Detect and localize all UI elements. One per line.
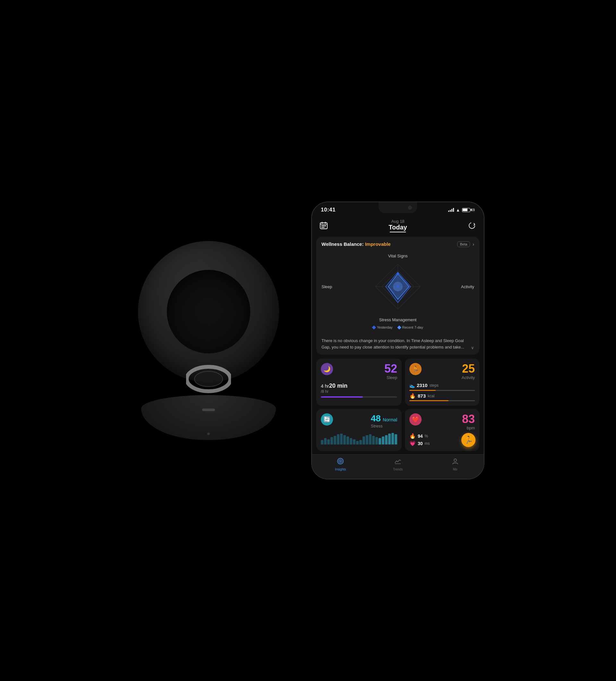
notch: [379, 202, 417, 213]
heart-unit: bpm: [462, 426, 475, 430]
stress-bar: [343, 435, 346, 445]
activity-score: 25: [462, 363, 475, 375]
heart-card[interactable]: ❤️ 83 bpm 🔥 94 %: [405, 409, 479, 451]
stress-bar: [372, 436, 375, 445]
wellness-chevron-icon[interactable]: ›: [472, 242, 474, 247]
activity-fab[interactable]: 🏃: [461, 433, 476, 447]
sleep-header: 🌙 52 Sleep: [321, 363, 397, 380]
me-icon: [452, 458, 459, 466]
sleep-time: 4 hr20 min: [321, 382, 397, 389]
nav-me[interactable]: Me: [427, 458, 484, 471]
content-area: Wellness Balance: Improvable Beta › Vita…: [312, 237, 484, 451]
insights-icon: [337, 458, 344, 466]
battery-icon: [462, 208, 470, 212]
steps-row: 👟 2310 steps: [409, 382, 475, 388]
nav-insights[interactable]: Insights: [312, 458, 369, 471]
app-header: Aug 18 Today: [312, 216, 484, 237]
nav-insights-label: Insights: [335, 468, 346, 471]
radar-legend: Yesterday Recent 7-day: [373, 325, 423, 329]
stress-bar: [346, 436, 349, 445]
stress-bar: [330, 437, 333, 445]
refresh-button[interactable]: [466, 220, 478, 231]
sleep-card[interactable]: 🌙 52 Sleep 4 hr20 min /8 hr: [316, 358, 402, 406]
activity-card[interactable]: 🏃 25 Activity 👟 2310 steps: [405, 358, 479, 406]
stress-bar: [359, 440, 362, 445]
sleep-score: 52: [384, 363, 397, 375]
stress-bar: [356, 441, 359, 445]
radar-chart: Vital Signs Sleep: [322, 251, 474, 332]
header-date: Aug 18: [391, 219, 404, 224]
radar-top-label: Vital Signs: [388, 254, 407, 258]
spo2-icon: 🔥: [409, 433, 416, 439]
fire-icon: 🔥: [409, 393, 416, 399]
stress-bar: [321, 440, 324, 445]
sleep-progress-bar: [321, 396, 397, 398]
legend-recent: Recent 7-day: [398, 325, 423, 329]
wifi-icon: ▲: [456, 208, 460, 212]
stress-status: Normal: [383, 417, 397, 422]
radar-svg: [372, 261, 424, 312]
heart-icon: ❤️: [409, 413, 421, 426]
heart-header: ❤️ 83 bpm: [409, 413, 475, 430]
stress-bar: [363, 436, 365, 445]
trends-icon: [394, 458, 401, 466]
stress-icon: 🔄: [321, 413, 333, 426]
wellness-header-right: Beta ›: [457, 241, 474, 247]
calories-progress-fill: [409, 400, 448, 401]
stress-bar: [324, 438, 327, 445]
stress-bar: [388, 434, 391, 445]
nav-trends-label: Trends: [393, 468, 403, 471]
status-icons: ▲ 69: [448, 208, 475, 212]
stress-bar: [391, 433, 394, 445]
svg-point-24: [340, 460, 341, 462]
stress-bar: [334, 436, 336, 445]
bottom-nav: Insights Trends: [312, 454, 484, 479]
radar-labels-row: Sleep: [322, 261, 474, 312]
activity-label: Activity: [462, 375, 475, 380]
radar-bottom-label: Stress Management: [379, 318, 416, 322]
svg-rect-7: [323, 225, 324, 226]
stress-number: 48: [371, 413, 381, 424]
svg-point-26: [454, 459, 457, 461]
signal-bars-icon: [448, 208, 454, 212]
svg-rect-9: [322, 227, 323, 228]
steps-value: 2310: [417, 382, 427, 388]
header-center: Aug 18 Today: [388, 219, 407, 232]
calendar-button[interactable]: [318, 220, 329, 231]
battery-fill: [463, 209, 467, 211]
spo2-unit: %: [425, 434, 428, 438]
stress-bar: [366, 435, 368, 445]
stress-bar: [394, 434, 397, 445]
ring-base: [141, 395, 276, 440]
ring-charger-inner: [167, 270, 250, 353]
nav-me-label: Me: [453, 468, 458, 471]
svg-rect-6: [322, 225, 323, 226]
stress-bar: [353, 439, 356, 445]
spo2-value: 94: [418, 434, 423, 439]
stress-bar: [376, 437, 378, 445]
phone-frame: 10:41 ▲ 69: [311, 202, 484, 479]
hrv-unit: ms: [425, 441, 430, 446]
nav-trends[interactable]: Trends: [369, 458, 427, 471]
wellness-card[interactable]: Wellness Balance: Improvable Beta › Vita…: [316, 237, 479, 355]
stress-bar: [385, 435, 388, 445]
wellness-header: Wellness Balance: Improvable Beta ›: [322, 241, 474, 247]
sleep-progress-fill: [321, 396, 363, 398]
activity-header: 🏃 25 Activity: [409, 363, 475, 380]
stress-card[interactable]: 🔄 48 Normal Stress: [316, 409, 402, 451]
stress-bar: [350, 438, 352, 445]
stress-bar: [340, 434, 343, 445]
steps-progress-fill: [409, 390, 436, 391]
stress-bar: [379, 438, 381, 445]
stress-bar: [369, 434, 371, 445]
legend-recent-icon: [397, 325, 401, 330]
stress-bar: [327, 439, 330, 445]
sleep-goal: /8 hr: [321, 389, 397, 394]
wellness-title: Wellness Balance: Improvable: [322, 241, 391, 247]
expand-button[interactable]: ∨: [471, 345, 474, 350]
wellness-title-group: Wellness Balance: Improvable: [322, 241, 391, 247]
svg-rect-8: [325, 225, 326, 226]
svg-point-1: [195, 371, 223, 387]
stress-bar-chart: [321, 432, 397, 445]
stress-value-row: 48 Normal: [371, 413, 397, 424]
